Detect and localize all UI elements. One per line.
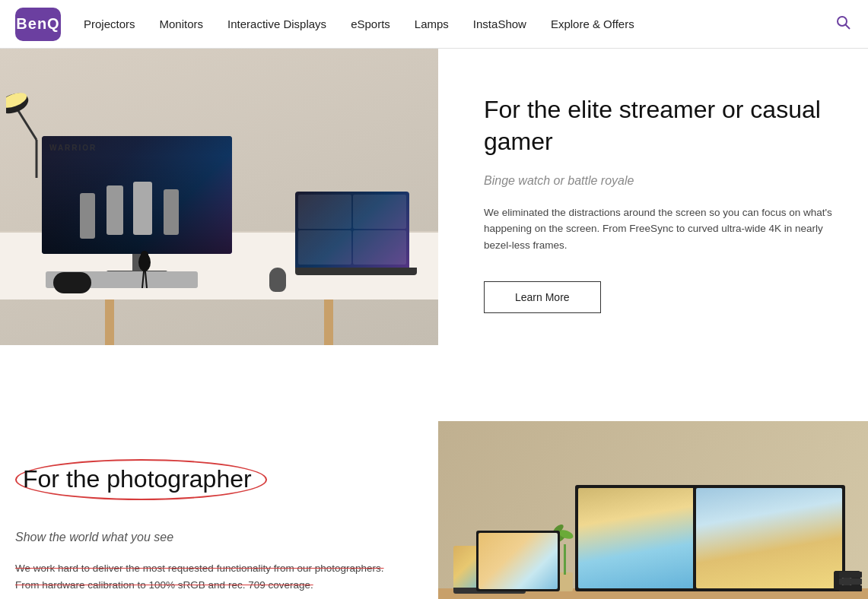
gamer-image: WARRIOR <box>0 49 438 345</box>
gamer-learn-more-button[interactable]: Learn More <box>484 281 601 313</box>
desk-leg-right <box>324 300 333 345</box>
photo-monitor-right <box>693 485 845 591</box>
nav-links: Projectors Monitors Interactive Displays… <box>84 17 835 31</box>
nav-item-esports[interactable]: eSports <box>351 17 390 31</box>
svg-line-1 <box>846 24 851 29</box>
nav-item-interactive-displays[interactable]: Interactive Displays <box>227 17 326 31</box>
monitor-body: WARRIOR <box>42 136 232 254</box>
gamer-body: We eliminated the distractions around th… <box>484 204 838 254</box>
svg-rect-6 <box>80 193 95 239</box>
logo[interactable]: BenQ <box>15 8 61 41</box>
desk-scene: WARRIOR <box>0 49 438 345</box>
svg-rect-8 <box>133 182 152 235</box>
laptop-base <box>295 268 417 275</box>
bird-decoration <box>133 249 156 293</box>
plant-pot <box>558 572 573 591</box>
navbar: BenQ Projectors Monitors Interactive Dis… <box>0 0 868 49</box>
section-gamer: WARRIOR <box>0 49 868 345</box>
svg-rect-7 <box>107 185 123 235</box>
svg-point-0 <box>838 17 847 26</box>
nav-item-monitors[interactable]: Monitors <box>160 17 204 31</box>
photo-monitor-left <box>476 531 560 591</box>
svg-line-12 <box>142 271 144 288</box>
divider-1 <box>0 345 868 383</box>
warrior-svg <box>57 178 209 246</box>
nav-item-projectors[interactable]: Projectors <box>84 17 135 31</box>
desk-leg-left <box>105 300 114 345</box>
nav-item-lamps[interactable]: Lamps <box>415 17 449 31</box>
title-oval-annotation: For the photographer <box>15 459 267 500</box>
search-icon[interactable] <box>835 14 853 35</box>
svg-rect-9 <box>164 189 179 235</box>
logo-circle: BenQ <box>15 8 61 41</box>
svg-line-3 <box>17 109 37 140</box>
laptop <box>295 192 417 275</box>
gamer-content: For the elite streamer or casual gamer B… <box>438 49 868 345</box>
nav-item-instashow[interactable]: InstaShow <box>473 17 526 31</box>
game-controller <box>53 272 91 293</box>
mouse <box>269 268 286 292</box>
photo-monitor-left-screen <box>479 533 558 589</box>
gamer-title: For the elite streamer or casual gamer <box>484 94 838 157</box>
book-stack <box>839 572 862 591</box>
photographer-title: For the photographer <box>15 459 408 500</box>
laptop-screen <box>295 192 409 268</box>
laptop-screen-inner <box>295 192 409 268</box>
svg-line-13 <box>145 271 147 288</box>
monitor-screen: WARRIOR <box>42 136 232 254</box>
photographer-body: We work hard to deliver the most request… <box>15 560 408 593</box>
nav-item-explore-offers[interactable]: Explore & Offers <box>551 17 634 31</box>
gamer-subtitle: Binge watch or battle royale <box>484 171 838 191</box>
photo-scene <box>438 421 868 599</box>
photographer-content: For the photographer Show the world what… <box>0 421 438 599</box>
photographer-body-text: We work hard to deliver the most request… <box>15 563 384 591</box>
logo-text: BenQ <box>16 15 59 33</box>
photo-monitor-right-screen <box>696 488 842 588</box>
photographer-subtitle: Show the world what you see <box>15 528 408 547</box>
desk-legs <box>0 298 438 345</box>
svg-point-11 <box>141 251 148 258</box>
section-photographer: For the photographer Show the world what… <box>0 421 868 599</box>
photographer-image <box>438 421 868 599</box>
